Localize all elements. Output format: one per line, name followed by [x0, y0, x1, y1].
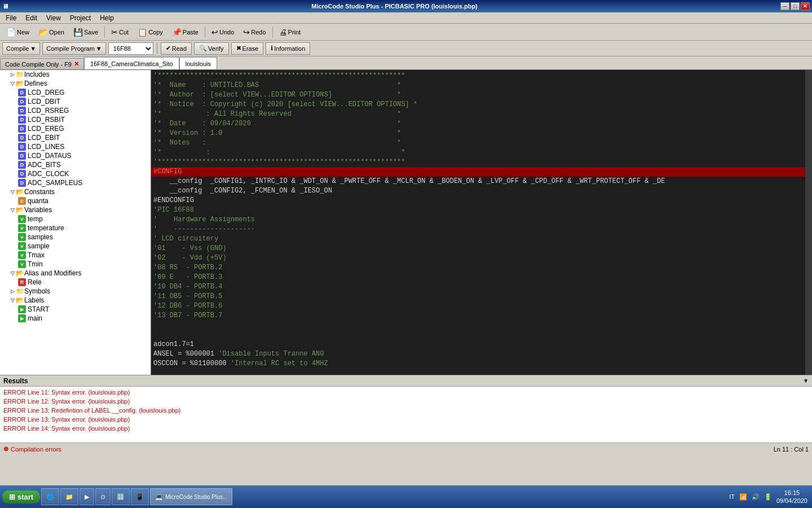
error-line-4: ERROR Line 13: Syntax error. (louislouis…: [3, 415, 809, 424]
compile-only-tab[interactable]: Code Compile Only - F9 ✕: [0, 58, 84, 69]
copy-button[interactable]: 📋 Copy: [134, 25, 167, 39]
expand-defines-icon[interactable]: ▽: [9, 81, 16, 86]
taskbar-calculator[interactable]: 🔢: [112, 488, 130, 505]
taskbar-microcode[interactable]: 💻 MicroCode Studio Plus...: [150, 488, 232, 505]
badge-d-icon: D: [18, 125, 26, 133]
paste-button[interactable]: 📌 Paste: [168, 25, 202, 39]
badge-d-icon: D: [18, 152, 26, 160]
sidebar-item-adc-sampleus[interactable]: D ADC_SAMPLEUS: [0, 178, 151, 187]
menu-file[interactable]: File: [1, 13, 21, 23]
sidebar-item-constants[interactable]: ▽ 📂 Constants: [0, 187, 151, 196]
information-button[interactable]: ℹ Information: [266, 42, 310, 55]
cut-icon: ✂: [111, 28, 118, 37]
expand-labels-icon[interactable]: ▽: [9, 297, 16, 303]
sidebar-item-lcd-lines[interactable]: D LCD_LINES: [0, 142, 151, 151]
taskbar-explorer[interactable]: 📁: [60, 488, 78, 505]
badge-start-icon: ▶: [18, 305, 26, 313]
code-line: '* Notice : Copyright (c) 2020 [select V…: [151, 100, 805, 110]
defines-label: Defines: [24, 80, 47, 87]
menu-project[interactable]: Project: [65, 13, 95, 23]
compile-dropdown-arrow[interactable]: ▼: [30, 45, 36, 52]
taskbar-app[interactable]: 📱: [131, 488, 149, 505]
file1-tab[interactable]: 16F88_CameraClimatica_Sito: [84, 57, 179, 69]
taskbar-chrome[interactable]: ⊙: [95, 488, 111, 505]
verify-button[interactable]: 🔍 Verify: [194, 42, 229, 55]
file2-tab[interactable]: louislouis: [179, 57, 217, 69]
compile-tab-close[interactable]: ✕: [74, 60, 79, 68]
cut-button[interactable]: ✂ Cut: [107, 25, 133, 39]
sidebar-item-lcd-rsbit[interactable]: D LCD_RSBIT: [0, 115, 151, 124]
sidebar-item-quanta[interactable]: c quanta: [0, 196, 151, 205]
sidebar-item-adc-clock[interactable]: D ADC_CLOCK: [0, 169, 151, 178]
badge-d-icon: D: [18, 179, 26, 187]
new-button[interactable]: 📄 New: [2, 25, 33, 39]
read-button[interactable]: ✔ Read: [161, 42, 192, 55]
badge-d-icon: D: [18, 161, 26, 169]
redo-button[interactable]: ↪ Redo: [239, 25, 270, 39]
open-button[interactable]: 📂 Open: [34, 25, 68, 39]
code-line: '* Name : UNTITLED.BAS *: [151, 81, 805, 90]
compile-program-button[interactable]: Compile Program ▼: [42, 42, 105, 55]
sidebar-item-sample[interactable]: v sample: [0, 242, 151, 251]
close-button[interactable]: ✕: [801, 2, 810, 10]
sidebar-item-variables[interactable]: ▽ 📂 Variables: [0, 205, 151, 214]
sidebar-item-labels[interactable]: ▽ 📂 Labels: [0, 296, 151, 305]
minimize-button[interactable]: ─: [780, 2, 789, 10]
sidebar-item-temp[interactable]: v temp: [0, 214, 151, 224]
badge-v-icon: v: [18, 260, 26, 268]
results-arrow[interactable]: ▼: [803, 378, 809, 384]
error-line-2: ERROR Line 12: Syntax error. (louislouis…: [3, 397, 809, 406]
sidebar-item-tmin[interactable]: v Tmin: [0, 260, 151, 269]
menubar: File Edit View Project Help: [0, 12, 812, 24]
undo-icon: ↩: [211, 28, 218, 37]
taskbar-media[interactable]: ▶: [80, 488, 94, 505]
sidebar-item-symbols[interactable]: ▷ 📁 Symbols: [0, 287, 151, 296]
maximize-button[interactable]: □: [791, 2, 800, 10]
compile-program-arrow[interactable]: ▼: [96, 45, 102, 52]
save-icon: 💾: [73, 28, 83, 37]
expand-constants-icon[interactable]: ▽: [9, 189, 16, 195]
start-button[interactable]: ⊞ start: [2, 491, 40, 503]
sidebar-item-rele[interactable]: R Rele: [0, 278, 151, 287]
print-button[interactable]: 🖨 Print: [275, 25, 305, 39]
sidebar-item-lcd-dataus[interactable]: D LCD_DATAUS: [0, 151, 151, 160]
sidebar-item-adc-bits[interactable]: D ADC_BITS: [0, 160, 151, 169]
sidebar-item-lcd-rsreg[interactable]: D LCD_RSREG: [0, 106, 151, 115]
undo-button[interactable]: ↩ Undo: [208, 25, 238, 39]
expand-variables-icon[interactable]: ▽: [9, 207, 16, 213]
badge-v-icon: v: [18, 251, 26, 259]
save-button[interactable]: 💾 Save: [69, 25, 102, 39]
erase-button[interactable]: ✖ Erase: [231, 42, 264, 55]
sidebar-item-defines[interactable]: ▽ 📂 Defines: [0, 79, 151, 88]
sidebar-item-includes[interactable]: ▷ 📁 Includes: [0, 70, 151, 79]
expand-alias-icon[interactable]: ▽: [9, 270, 16, 276]
error-line-3: ERROR Line 13: Redefintion of LABEL __co…: [3, 406, 809, 415]
sidebar-item-tmax[interactable]: v Tmax: [0, 251, 151, 260]
sidebar-item-lcd-ereg[interactable]: D LCD_EREG: [0, 124, 151, 133]
calc-icon: 🔢: [117, 493, 125, 501]
sidebar-item-lcd-ebit[interactable]: D LCD_EBIT: [0, 133, 151, 142]
sidebar-item-alias[interactable]: ▽ 📂 Alias and Modifiers: [0, 269, 151, 278]
editor-scrollbar[interactable]: [805, 70, 812, 375]
compile-button[interactable]: Compile ▼: [2, 42, 40, 55]
sidebar-item-lcd-dbit[interactable]: D LCD_DBIT: [0, 97, 151, 106]
sidebar-item-samples[interactable]: v samples: [0, 233, 151, 242]
menu-edit[interactable]: Edit: [21, 13, 42, 23]
taskbar-ie[interactable]: 🌐: [41, 488, 59, 505]
code-line: '13 DB7 - PORTB.7: [151, 311, 805, 321]
expand-symbols-icon[interactable]: ▷: [9, 288, 16, 294]
expand-includes-icon[interactable]: ▷: [9, 72, 16, 77]
sidebar-item-lcd-dreg[interactable]: D LCD_DREG: [0, 88, 151, 97]
media-icon: ▶: [85, 493, 89, 501]
code-line: [151, 330, 805, 340]
editor-content[interactable]: '***************************************…: [151, 70, 805, 375]
code-line: '* : All Rights Reserved *: [151, 110, 805, 119]
ie-icon: 🌐: [46, 493, 54, 501]
sidebar-item-main[interactable]: ▶ main: [0, 314, 151, 323]
menu-help[interactable]: Help: [95, 13, 118, 23]
sidebar-item-start[interactable]: ▶ START: [0, 305, 151, 314]
sidebar-item-temperature[interactable]: v temperature: [0, 224, 151, 233]
pic-selector[interactable]: 16F88: [108, 42, 153, 55]
error-icon: ⊗: [3, 445, 8, 453]
menu-view[interactable]: View: [42, 13, 65, 23]
